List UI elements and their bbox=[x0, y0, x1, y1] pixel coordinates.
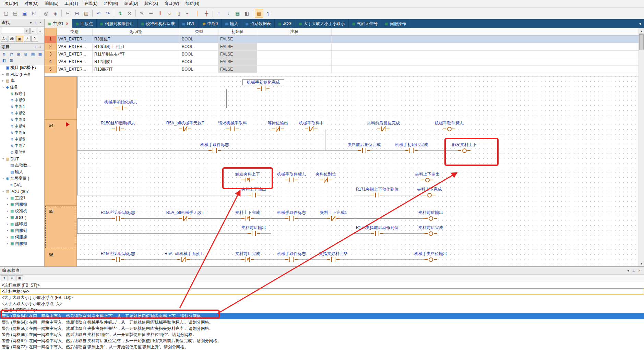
tree-item[interactable]: ▨点动数... bbox=[0, 162, 44, 169]
tree-expand-icon[interactable]: ▸ bbox=[6, 236, 9, 239]
category-cell[interactable]: VAR_EXTER... bbox=[57, 36, 93, 43]
message-row[interactable]: 警告 (网格66): 在同一网格中写入、然后读取自'夹料位到位'，从一开始就使用… bbox=[0, 331, 644, 338]
watch-window-icon[interactable]: ◧ bbox=[242, 9, 251, 17]
tree-item[interactable]: ↯中断3 bbox=[0, 117, 44, 123]
tab[interactable]: ▦伺服到极限停止 bbox=[97, 19, 138, 28]
vertical-scrollbar[interactable]: ▲ ▼ bbox=[639, 28, 644, 266]
ladder-coil[interactable] bbox=[423, 192, 436, 198]
initial-value-cell[interactable]: FALSE bbox=[218, 51, 257, 58]
type-cell[interactable]: BOOL bbox=[180, 58, 218, 65]
row-number[interactable]: 3 bbox=[45, 51, 57, 58]
grid-icon[interactable]: ▩ bbox=[255, 9, 263, 17]
line-tool-icon[interactable]: ─ bbox=[147, 9, 155, 17]
dropdown-icon[interactable]: ▾ bbox=[28, 21, 33, 25]
category-cell[interactable]: VAR_EXTER... bbox=[57, 66, 93, 73]
ladder-contact-icon[interactable] bbox=[226, 126, 239, 132]
identifier-cell[interactable]: R12刮胶T bbox=[93, 58, 180, 65]
ladder-coil[interactable] bbox=[425, 230, 437, 237]
col-header-comment[interactable]: 注释 bbox=[257, 28, 332, 35]
paste-icon[interactable]: ▨ bbox=[82, 9, 91, 17]
save-icon[interactable]: ▣ bbox=[20, 9, 29, 17]
move-item-icon[interactable]: ⇅ bbox=[1, 51, 8, 57]
ladder-element-label[interactable]: 夹料上下完成 bbox=[416, 187, 442, 192]
message-row[interactable]: 警告 (网格72): 在同一网格中写入、然后读取自'强制上升'，从一开始就使用值… bbox=[0, 344, 644, 350]
close-panel-icon[interactable]: × bbox=[38, 21, 43, 25]
tab-overflow-icon[interactable]: ▾ bbox=[636, 19, 644, 28]
ladder-element-label[interactable]: 机械手初始化完成 bbox=[242, 79, 284, 85]
ladder-contact-icon[interactable] bbox=[208, 147, 221, 154]
menu-item[interactable]: 项目(P) bbox=[1, 0, 21, 7]
ladder-element-label[interactable]: 请求机械手取料 bbox=[217, 121, 248, 125]
next-message-icon[interactable]: ⇓ bbox=[9, 275, 15, 281]
identifier-cell[interactable]: R13墨刀T bbox=[93, 66, 180, 73]
row-number[interactable]: 5 bbox=[45, 66, 57, 73]
branch-tool-icon[interactable]: ┐ bbox=[184, 9, 192, 17]
identifier-cell[interactable]: R11印刷左右行T bbox=[93, 51, 180, 58]
ladder-element-label[interactable]: 触发夹料上下 bbox=[451, 142, 477, 147]
tab[interactable]: ▦伺服操作 bbox=[381, 19, 410, 28]
category-cell[interactable]: VAR_EXTER... bbox=[57, 43, 93, 50]
tree-expand-icon[interactable]: ▸ bbox=[6, 209, 9, 213]
monitor-icon[interactable]: ▦ bbox=[233, 9, 242, 17]
tree-item[interactable]: ▾◆任务 bbox=[0, 84, 44, 90]
tree-expand-icon[interactable]: ▸ bbox=[6, 196, 9, 200]
ladder-editor[interactable]: 646566 机械手初始化完成机械手初始化标志R150丝印启动标志R5A_off… bbox=[45, 76, 639, 267]
ladder-element-label[interactable]: R150丝印启动标志 bbox=[100, 251, 136, 256]
comment-cell[interactable] bbox=[257, 66, 332, 73]
whole-word-icon[interactable]: Ab bbox=[9, 36, 15, 42]
ladder-element-label[interactable]: 机械手取件标志 bbox=[200, 142, 230, 147]
tree-item[interactable]: ↯中断0 bbox=[0, 97, 44, 104]
menu-item[interactable]: 窗口(W) bbox=[161, 0, 182, 7]
ladder-contact-nc-icon[interactable] bbox=[327, 215, 339, 221]
properties-icon[interactable]: ◧ bbox=[1, 58, 8, 63]
tree-item[interactable]: ▨输入 bbox=[0, 169, 44, 175]
ladder-contact-icon[interactable] bbox=[112, 126, 124, 132]
ladder-element-label[interactable]: 夹料位到位 bbox=[315, 172, 337, 177]
search-scope-icon[interactable]: ▣ bbox=[16, 36, 23, 42]
menu-item[interactable]: 调试(D) bbox=[121, 0, 141, 7]
tree-item[interactable]: ↯中断5 bbox=[0, 130, 44, 136]
ladder-contact-icon[interactable] bbox=[285, 177, 298, 183]
ladder-contact-nc-icon[interactable] bbox=[272, 126, 284, 132]
ladder-element-label[interactable]: 夹料上下完成1 bbox=[319, 210, 348, 215]
find-input[interactable] bbox=[1, 28, 24, 34]
ladder-contact-icon[interactable] bbox=[371, 230, 383, 237]
ladder-element-label[interactable]: 机械手取料中 bbox=[298, 121, 324, 125]
initial-value-cell[interactable]: FALSE bbox=[218, 58, 257, 65]
ladder-contact-p-icon[interactable] bbox=[241, 177, 254, 183]
pin-icon[interactable]: ⊥ bbox=[33, 45, 38, 49]
tree-item[interactable]: ↯中断2 bbox=[0, 110, 44, 117]
menu-item[interactable]: 工具(T) bbox=[61, 0, 81, 7]
ladder-contact-icon[interactable] bbox=[327, 256, 339, 263]
ladder-coil[interactable] bbox=[425, 256, 437, 263]
ladder-contact-nc-icon[interactable] bbox=[179, 126, 191, 132]
col-header-initial[interactable]: 初始值 bbox=[218, 28, 257, 35]
ladder-contact-icon[interactable] bbox=[285, 256, 298, 263]
ladder-element-label[interactable]: 等待位输出 bbox=[267, 121, 289, 125]
tree-item[interactable]: ↯中断4 bbox=[0, 123, 44, 130]
type-cell[interactable]: BOOL bbox=[180, 36, 218, 43]
ladder-contact-icon[interactable] bbox=[112, 215, 124, 221]
new-file-icon[interactable]: ▢ bbox=[2, 9, 10, 17]
ladder-element-label[interactable]: 机械手初始化完成 bbox=[394, 142, 429, 147]
tree-expand-icon[interactable]: ▾ bbox=[1, 177, 5, 180]
message-row[interactable]: 警告 (网格66): 在同一网格中写入、然后读取自'夹指夹好料完毕'，从一开始就… bbox=[0, 325, 644, 331]
ladder-element-label[interactable]: R171夹指上下动作到位 bbox=[355, 187, 399, 192]
regex-icon[interactable]: .* bbox=[24, 36, 31, 42]
initial-value-cell[interactable]: FALSE bbox=[218, 66, 257, 73]
ladder-contact-icon[interactable] bbox=[115, 105, 127, 111]
row-number[interactable]: 4 bbox=[45, 58, 57, 65]
ladder-element-label[interactable]: R5A_off机械手无效T bbox=[166, 121, 205, 125]
message-row[interactable]: <连杆曲柄 (FB, ST)> bbox=[0, 282, 644, 288]
ladder-element-label[interactable]: 触发夹料上下 bbox=[235, 172, 261, 177]
vertical-line-tool-icon[interactable]: │ bbox=[193, 9, 202, 17]
tree-item[interactable]: ▸▦PLC (FP-X bbox=[0, 71, 44, 77]
tab[interactable]: ▦输入 bbox=[222, 19, 242, 28]
cut-icon[interactable]: ✂ bbox=[63, 9, 72, 17]
close-panel-icon[interactable]: × bbox=[38, 45, 43, 49]
ladder-element-label[interactable]: 机械手初始化标志 bbox=[104, 100, 138, 105]
tree-item[interactable]: ↯中断7 bbox=[0, 143, 44, 149]
tree-expand-icon[interactable]: ▸ bbox=[6, 203, 9, 206]
type-cell[interactable]: BOOL bbox=[180, 51, 218, 58]
ladder-coil[interactable] bbox=[421, 177, 433, 183]
